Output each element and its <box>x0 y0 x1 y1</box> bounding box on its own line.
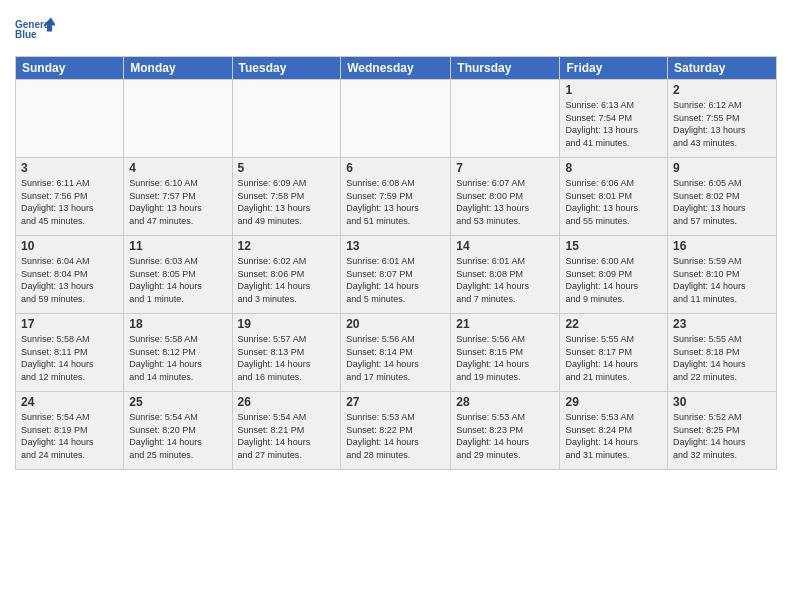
col-tuesday: Tuesday <box>232 57 341 80</box>
table-row: 26Sunrise: 5:54 AM Sunset: 8:21 PM Dayli… <box>232 392 341 470</box>
table-row: 25Sunrise: 5:54 AM Sunset: 8:20 PM Dayli… <box>124 392 232 470</box>
day-number: 16 <box>673 239 771 253</box>
cell-info: Sunrise: 5:56 AM Sunset: 8:14 PM Dayligh… <box>346 333 445 383</box>
day-number: 4 <box>129 161 226 175</box>
table-row: 5Sunrise: 6:09 AM Sunset: 7:58 PM Daylig… <box>232 158 341 236</box>
day-number: 22 <box>565 317 662 331</box>
table-row: 15Sunrise: 6:00 AM Sunset: 8:09 PM Dayli… <box>560 236 668 314</box>
day-number: 25 <box>129 395 226 409</box>
cell-info: Sunrise: 6:05 AM Sunset: 8:02 PM Dayligh… <box>673 177 771 227</box>
table-row: 30Sunrise: 5:52 AM Sunset: 8:25 PM Dayli… <box>668 392 777 470</box>
day-number: 7 <box>456 161 554 175</box>
cell-info: Sunrise: 6:08 AM Sunset: 7:59 PM Dayligh… <box>346 177 445 227</box>
day-number: 2 <box>673 83 771 97</box>
table-row: 22Sunrise: 5:55 AM Sunset: 8:17 PM Dayli… <box>560 314 668 392</box>
table-row: 7Sunrise: 6:07 AM Sunset: 8:00 PM Daylig… <box>451 158 560 236</box>
table-row: 23Sunrise: 5:55 AM Sunset: 8:18 PM Dayli… <box>668 314 777 392</box>
table-row: 24Sunrise: 5:54 AM Sunset: 8:19 PM Dayli… <box>16 392 124 470</box>
day-number: 30 <box>673 395 771 409</box>
cell-info: Sunrise: 6:01 AM Sunset: 8:08 PM Dayligh… <box>456 255 554 305</box>
cell-info: Sunrise: 6:03 AM Sunset: 8:05 PM Dayligh… <box>129 255 226 305</box>
col-thursday: Thursday <box>451 57 560 80</box>
day-number: 29 <box>565 395 662 409</box>
page: General Blue Sunday Monday Tuesday Wedne… <box>0 0 792 612</box>
table-row: 14Sunrise: 6:01 AM Sunset: 8:08 PM Dayli… <box>451 236 560 314</box>
day-number: 21 <box>456 317 554 331</box>
cell-info: Sunrise: 6:12 AM Sunset: 7:55 PM Dayligh… <box>673 99 771 149</box>
day-number: 15 <box>565 239 662 253</box>
cell-info: Sunrise: 5:53 AM Sunset: 8:24 PM Dayligh… <box>565 411 662 461</box>
cell-info: Sunrise: 5:57 AM Sunset: 8:13 PM Dayligh… <box>238 333 336 383</box>
table-row: 28Sunrise: 5:53 AM Sunset: 8:23 PM Dayli… <box>451 392 560 470</box>
table-row: 12Sunrise: 6:02 AM Sunset: 8:06 PM Dayli… <box>232 236 341 314</box>
table-row: 17Sunrise: 5:58 AM Sunset: 8:11 PM Dayli… <box>16 314 124 392</box>
table-row: 27Sunrise: 5:53 AM Sunset: 8:22 PM Dayli… <box>341 392 451 470</box>
cell-info: Sunrise: 6:01 AM Sunset: 8:07 PM Dayligh… <box>346 255 445 305</box>
calendar-row: 1Sunrise: 6:13 AM Sunset: 7:54 PM Daylig… <box>16 80 777 158</box>
day-number: 23 <box>673 317 771 331</box>
header: General Blue <box>15 10 777 48</box>
day-number: 27 <box>346 395 445 409</box>
day-number: 3 <box>21 161 118 175</box>
col-friday: Friday <box>560 57 668 80</box>
day-number: 6 <box>346 161 445 175</box>
day-number: 1 <box>565 83 662 97</box>
logo: General Blue <box>15 10 55 48</box>
table-row <box>341 80 451 158</box>
calendar-table: Sunday Monday Tuesday Wednesday Thursday… <box>15 56 777 470</box>
cell-info: Sunrise: 5:52 AM Sunset: 8:25 PM Dayligh… <box>673 411 771 461</box>
table-row <box>451 80 560 158</box>
day-number: 26 <box>238 395 336 409</box>
day-number: 19 <box>238 317 336 331</box>
cell-info: Sunrise: 6:07 AM Sunset: 8:00 PM Dayligh… <box>456 177 554 227</box>
cell-info: Sunrise: 5:53 AM Sunset: 8:23 PM Dayligh… <box>456 411 554 461</box>
table-row: 1Sunrise: 6:13 AM Sunset: 7:54 PM Daylig… <box>560 80 668 158</box>
day-number: 11 <box>129 239 226 253</box>
day-number: 13 <box>346 239 445 253</box>
day-number: 20 <box>346 317 445 331</box>
cell-info: Sunrise: 5:58 AM Sunset: 8:11 PM Dayligh… <box>21 333 118 383</box>
day-number: 24 <box>21 395 118 409</box>
logo-icon: General Blue <box>15 10 55 48</box>
calendar-row: 10Sunrise: 6:04 AM Sunset: 8:04 PM Dayli… <box>16 236 777 314</box>
cell-info: Sunrise: 6:09 AM Sunset: 7:58 PM Dayligh… <box>238 177 336 227</box>
table-row: 13Sunrise: 6:01 AM Sunset: 8:07 PM Dayli… <box>341 236 451 314</box>
table-row <box>124 80 232 158</box>
cell-info: Sunrise: 6:13 AM Sunset: 7:54 PM Dayligh… <box>565 99 662 149</box>
day-number: 5 <box>238 161 336 175</box>
table-row <box>232 80 341 158</box>
cell-info: Sunrise: 6:06 AM Sunset: 8:01 PM Dayligh… <box>565 177 662 227</box>
cell-info: Sunrise: 5:59 AM Sunset: 8:10 PM Dayligh… <box>673 255 771 305</box>
col-monday: Monday <box>124 57 232 80</box>
table-row: 4Sunrise: 6:10 AM Sunset: 7:57 PM Daylig… <box>124 158 232 236</box>
table-row: 19Sunrise: 5:57 AM Sunset: 8:13 PM Dayli… <box>232 314 341 392</box>
table-row: 10Sunrise: 6:04 AM Sunset: 8:04 PM Dayli… <box>16 236 124 314</box>
cell-info: Sunrise: 6:10 AM Sunset: 7:57 PM Dayligh… <box>129 177 226 227</box>
day-number: 17 <box>21 317 118 331</box>
svg-text:Blue: Blue <box>15 29 37 40</box>
table-row: 2Sunrise: 6:12 AM Sunset: 7:55 PM Daylig… <box>668 80 777 158</box>
day-number: 14 <box>456 239 554 253</box>
col-saturday: Saturday <box>668 57 777 80</box>
day-number: 8 <box>565 161 662 175</box>
day-number: 12 <box>238 239 336 253</box>
col-sunday: Sunday <box>16 57 124 80</box>
table-row: 6Sunrise: 6:08 AM Sunset: 7:59 PM Daylig… <box>341 158 451 236</box>
cell-info: Sunrise: 6:00 AM Sunset: 8:09 PM Dayligh… <box>565 255 662 305</box>
table-row: 8Sunrise: 6:06 AM Sunset: 8:01 PM Daylig… <box>560 158 668 236</box>
calendar-row: 17Sunrise: 5:58 AM Sunset: 8:11 PM Dayli… <box>16 314 777 392</box>
cell-info: Sunrise: 5:56 AM Sunset: 8:15 PM Dayligh… <box>456 333 554 383</box>
cell-info: Sunrise: 6:11 AM Sunset: 7:56 PM Dayligh… <box>21 177 118 227</box>
table-row: 16Sunrise: 5:59 AM Sunset: 8:10 PM Dayli… <box>668 236 777 314</box>
day-number: 28 <box>456 395 554 409</box>
cell-info: Sunrise: 5:58 AM Sunset: 8:12 PM Dayligh… <box>129 333 226 383</box>
table-row: 21Sunrise: 5:56 AM Sunset: 8:15 PM Dayli… <box>451 314 560 392</box>
cell-info: Sunrise: 5:53 AM Sunset: 8:22 PM Dayligh… <box>346 411 445 461</box>
table-row: 20Sunrise: 5:56 AM Sunset: 8:14 PM Dayli… <box>341 314 451 392</box>
table-row: 18Sunrise: 5:58 AM Sunset: 8:12 PM Dayli… <box>124 314 232 392</box>
calendar-row: 24Sunrise: 5:54 AM Sunset: 8:19 PM Dayli… <box>16 392 777 470</box>
day-number: 9 <box>673 161 771 175</box>
table-row <box>16 80 124 158</box>
day-number: 10 <box>21 239 118 253</box>
day-number: 18 <box>129 317 226 331</box>
